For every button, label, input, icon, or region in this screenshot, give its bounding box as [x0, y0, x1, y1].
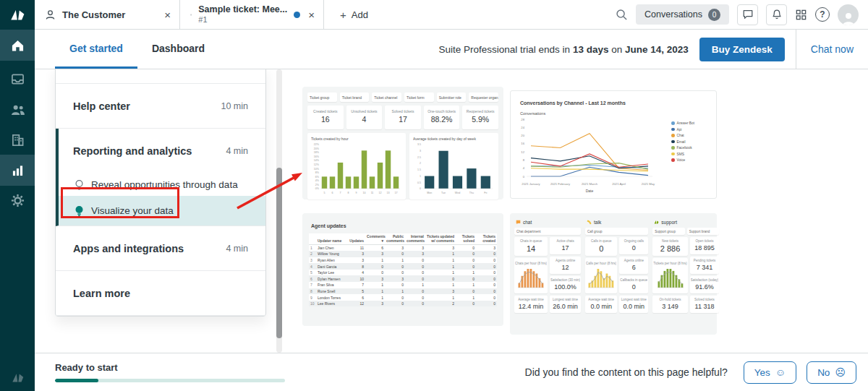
dropdown-chip: Call group	[585, 228, 648, 235]
buy-zendesk-button[interactable]: Buy Zendesk	[699, 38, 785, 61]
svg-text:2021 February: 2021 February	[550, 182, 571, 186]
live-metric-label: Solved tickets	[691, 298, 719, 301]
top-bar: The Customer × Sample ticket: Mee... #1 …	[0, 0, 868, 30]
metric-label: Reopened tickets	[462, 109, 498, 113]
live-section-name: chat	[523, 220, 532, 225]
table-column-header: Updates	[348, 233, 365, 244]
panel-scrollbar-thumb[interactable]	[276, 168, 282, 338]
live-column-right: Ongoing calls0Agents online6Callbacks in…	[619, 237, 648, 313]
metric-tile: One-touch tickets88.2%	[424, 106, 460, 129]
svg-text:2%: 2%	[315, 184, 320, 186]
metric-tile: Created tickets16	[307, 106, 344, 129]
svg-text:3.5: 3.5	[417, 143, 421, 146]
progress-track	[55, 379, 285, 382]
filter-chip: Ticket channel	[372, 93, 401, 102]
people-icon	[10, 104, 25, 116]
tickets-by-day-svg: 3.532.521.510.50MonTueWedThuFri	[413, 142, 495, 195]
legend-dot	[671, 128, 675, 132]
table-row: 2Willow Young3303100	[309, 251, 497, 257]
checklist-item-label: Apps and integrations	[73, 243, 184, 254]
speech-bubble-icon	[742, 9, 754, 20]
workspace-tab-ticket[interactable]: Sample ticket: Mee... #1 ×	[180, 0, 324, 29]
play-icon	[190, 9, 192, 21]
chat-product-icon	[516, 220, 521, 225]
preview-conversations-chart: Conversations by Channel - Last 12 month…	[510, 90, 717, 199]
chat-now-link[interactable]: Chat now	[807, 43, 868, 55]
live-metric-tile: Calls in queue0	[585, 237, 617, 256]
user-avatar[interactable]	[838, 4, 859, 25]
checklist-subitem-visualize-your-data[interactable]: Visualize your data	[59, 196, 265, 225]
unread-dot	[294, 12, 300, 18]
svg-text:24: 24	[521, 126, 524, 129]
zendesk-logo[interactable]	[0, 0, 35, 30]
live-metric-tile: On-hold tickets3 149	[652, 296, 687, 313]
checklist-item[interactable]: Learn more	[56, 271, 265, 316]
conversations-button[interactable]: Conversations 0	[636, 4, 729, 25]
checklist-item-time: 4 min	[226, 146, 248, 156]
legend-label: Voice	[677, 158, 686, 162]
checklist-subitem[interactable]: Reveal opportunities through data	[59, 173, 265, 196]
checklist-section-active: Reporting and analytics4 minReveal oppor…	[56, 129, 265, 226]
chart-legend: Answer BotApiChatEmailFacebookSMSVoice	[671, 121, 710, 165]
live-metric-value: 18 895	[691, 244, 719, 252]
rail-tickets-button[interactable]	[0, 64, 35, 95]
rail-organizations-button[interactable]	[0, 124, 35, 155]
live-metric-label: On-hold tickets	[653, 298, 686, 301]
svg-text:0: 0	[523, 175, 525, 179]
live-sections: chatChat departmentChats in queue14Chats…	[510, 213, 717, 318]
onboarding-checklist-panel: Help center10 minReporting and analytics…	[35, 69, 295, 353]
feedback-no-button[interactable]: No ☹	[807, 361, 856, 384]
close-icon[interactable]: ×	[163, 9, 172, 20]
svg-text:10%: 10%	[314, 168, 320, 171]
live-metric-label: Longest wait time	[620, 298, 647, 301]
live-section-header: support	[654, 220, 719, 225]
checklist-item[interactable]: Apps and integrations4 min	[56, 226, 265, 271]
help-icon[interactable]: ?	[815, 7, 830, 22]
live-metric-label: Chats in queue	[515, 239, 547, 243]
checklist-item-time: 10 min	[221, 101, 248, 111]
checklist-item[interactable]: Help center10 min	[56, 84, 265, 129]
live-metric-tile: Agents online12	[550, 257, 581, 274]
search-icon[interactable]	[616, 9, 628, 21]
rail-home-button[interactable]	[0, 30, 35, 61]
live-metric-value: 6	[620, 264, 647, 271]
rail-admin-button[interactable]	[0, 185, 35, 216]
tab-get-started[interactable]: Get started	[55, 30, 137, 69]
svg-text:28: 28	[521, 118, 524, 121]
close-icon[interactable]: ×	[307, 9, 316, 20]
legend-dot	[671, 121, 675, 125]
legend-entry: Email	[671, 140, 710, 144]
metric-value: 5.9%	[462, 115, 498, 124]
tab-dashboard[interactable]: Dashboard	[137, 30, 219, 69]
live-section-chat: chatChat departmentChats in queue14Chats…	[514, 218, 581, 313]
rail-reporting-button[interactable]	[0, 155, 35, 186]
live-column-right: Active chats17Agents online12Satisfactio…	[550, 237, 581, 313]
legend-label: Chat	[677, 134, 684, 137]
svg-text:20%: 20%	[314, 147, 320, 150]
table-column-header: Tickets created	[476, 233, 497, 244]
apps-grid-icon[interactable]	[795, 9, 807, 21]
messages-button[interactable]	[737, 4, 758, 25]
svg-text:Wed: Wed	[455, 192, 460, 194]
progress-label: Ready to start	[55, 362, 285, 373]
table-row: 7Fran Silva7101110	[309, 282, 497, 288]
notifications-button[interactable]	[766, 4, 787, 25]
add-tab-button[interactable]: + Add	[331, 0, 377, 29]
checklist-item[interactable]: Reporting and analytics4 min	[59, 129, 265, 173]
progress-section: Ready to start	[35, 362, 285, 382]
live-metric-label: Agents online	[550, 259, 580, 262]
workspace-tab-customer[interactable]: The Customer ×	[35, 0, 180, 29]
svg-text:0%: 0%	[315, 187, 320, 190]
feedback-yes-button[interactable]: Yes ☺	[744, 361, 796, 384]
live-section-dropdowns: Chat department	[514, 228, 581, 235]
live-metric-label: Ongoing calls	[620, 239, 647, 243]
legend-entry: Answer Bot	[671, 121, 710, 125]
legend-label: Facebook	[677, 146, 692, 150]
live-column-right: Open tickets18 895Pending tickets7 341Sa…	[690, 237, 720, 313]
progress-fill	[55, 379, 98, 382]
table-row: 3Ryan Allen3110100	[309, 257, 497, 264]
live-metric-value: 0.0 min	[586, 303, 616, 310]
conversations-chart-title: Conversations by Channel - Last 12 month…	[511, 91, 716, 106]
rail-customers-button[interactable]	[0, 94, 35, 125]
filter-chip: Submitter role	[437, 93, 467, 102]
